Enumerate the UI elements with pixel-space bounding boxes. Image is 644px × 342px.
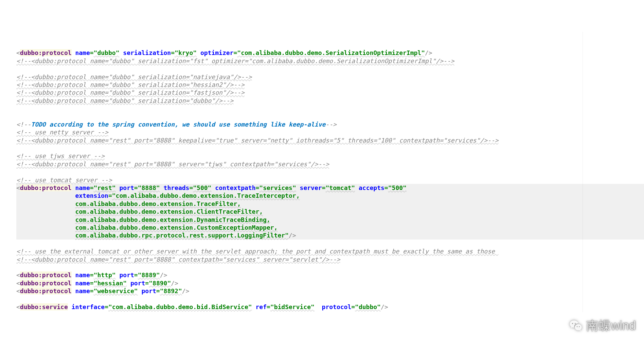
code-line[interactable]: <!--<dubbo:protocol name="dubbo" seriali… — [16, 89, 644, 96]
code-line[interactable] — [16, 112, 644, 120]
code-line[interactable]: <dubbo:service interface="com.alibaba.du… — [16, 303, 644, 311]
code-line[interactable] — [16, 144, 644, 152]
watermark-text: 南蝶wind — [586, 318, 636, 334]
code-line[interactable]: <!--<dubbo:protocol name="rest" port="88… — [16, 160, 644, 168]
code-line[interactable]: <dubbo:protocol name="rest" port="8888" … — [16, 184, 644, 192]
code-line[interactable]: com.alibaba.dubbo.demo.extension.TraceFi… — [16, 200, 644, 208]
code-line[interactable]: <dubbo:protocol name="http" port="8889"/… — [16, 271, 644, 279]
code-line[interactable]: com.alibaba.dubbo.demo.extension.Dynamic… — [16, 216, 644, 224]
code-line[interactable] — [16, 263, 644, 271]
code-line[interactable]: <!-- use tjws server --> — [16, 152, 644, 160]
code-line[interactable]: com.alibaba.dubbo.demo.extension.ClientT… — [16, 208, 644, 215]
code-editor[interactable]: <dubbo:protocol name="dubbo" serializati… — [0, 32, 644, 312]
code-line[interactable]: <dubbo:protocol name="webservice" port="… — [16, 287, 644, 295]
code-line[interactable]: <!--<dubbo:protocol name="dubbo" seriali… — [16, 57, 644, 65]
code-line[interactable] — [16, 295, 644, 303]
right-margin-guide — [583, 32, 583, 312]
code-line[interactable] — [16, 104, 644, 112]
code-line[interactable] — [16, 240, 644, 247]
code-line[interactable] — [16, 168, 644, 176]
code-line[interactable]: <!--<dubbo:protocol name="rest" port="88… — [16, 255, 644, 263]
code-line[interactable]: <dubbo:protocol name="hessian" port="889… — [16, 279, 644, 287]
code-line[interactable]: <!--<dubbo:protocol name="rest" port="88… — [16, 136, 644, 144]
code-line[interactable]: <dubbo:protocol name="dubbo" serializati… — [16, 49, 644, 57]
code-line[interactable]: com.alibaba.dubbo.rpc.protocol.rest.supp… — [16, 231, 644, 239]
code-line[interactable]: <!--<dubbo:protocol name="dubbo" seriali… — [16, 97, 644, 104]
code-line[interactable] — [16, 65, 644, 73]
code-line[interactable]: <!--<dubbo:protocol name="dubbo" seriali… — [16, 81, 644, 89]
watermark: 南蝶wind — [569, 318, 636, 334]
code-line[interactable]: extension="com.alibaba.dubbo.demo.extens… — [16, 192, 644, 200]
code-line[interactable]: <!-- use netty server --> — [16, 128, 644, 136]
code-line[interactable]: com.alibaba.dubbo.demo.extension.CustomE… — [16, 224, 644, 231]
code-line[interactable]: <!-- use the external tomcat or other se… — [16, 247, 644, 255]
code-line[interactable]: <!--<dubbo:protocol name="dubbo" seriali… — [16, 73, 644, 81]
wechat-icon — [569, 319, 584, 334]
code-line[interactable]: <!-- use tomcat server --> — [16, 176, 644, 184]
code-line[interactable]: <!--TODO according to the spring convent… — [16, 120, 644, 128]
